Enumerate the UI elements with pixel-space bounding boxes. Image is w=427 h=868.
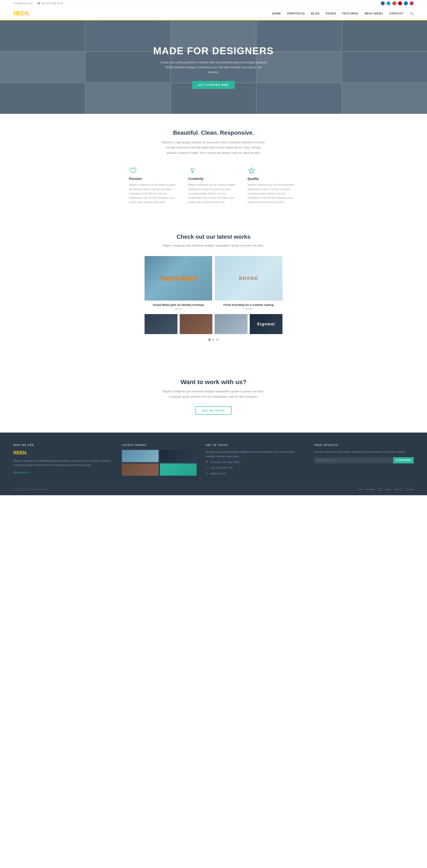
portfolio-section: Check out our latest works Magnis modips… (0, 220, 427, 361)
footer-updates-desc: Consece iure posae volor remped media au… (314, 450, 414, 454)
social-google[interactable] (392, 1, 396, 5)
features-subtitle: REEN is a high-quality solution for thos… (160, 140, 267, 155)
nav-contact[interactable]: CONTACT (389, 12, 404, 15)
footer-col-who-we-are: WHO WE ARE REEN. Magnis modipsae que vol… (13, 444, 113, 478)
portfolio-pagination (13, 339, 414, 341)
feature-quality: Quality Magnis modipsae que lib volorati… (247, 166, 298, 205)
footer-works-grid (122, 450, 196, 476)
footer-bottom: © 2014 REEN. All rights reserved. Home P… (13, 485, 414, 491)
portfolio-subtitle: Magnis modipsae que voloratati andigen d… (160, 243, 267, 248)
portfolio-item-cat-2: Identity (215, 307, 282, 310)
portfolio-item-cat-1: Identity (145, 307, 212, 310)
dot-3[interactable] (216, 339, 219, 341)
footer-col-updates: FREE UPDATES Consece iure posae volor re… (314, 444, 414, 478)
subscribe-input[interactable] (314, 457, 393, 463)
address-icon: 📍 (206, 461, 209, 463)
creativity-desc: Magnis modipsae que lib volorati andigen… (188, 183, 239, 205)
portfolio-item-title-2: Fresh branding for a creative startup (215, 303, 282, 307)
portfolio-item-fresh-branding[interactable]: Fresh branding for a creative startup Id… (215, 256, 282, 311)
heart-icon (129, 166, 137, 175)
footer: WHO WE ARE REEN. Magnis modipsae que vol… (0, 433, 427, 495)
social-pinterest[interactable] (398, 1, 402, 5)
footer-more-about-link[interactable]: More about us → (13, 471, 32, 474)
dot-1[interactable] (208, 339, 211, 341)
portfolio-small-item-4[interactable] (250, 314, 283, 334)
social-twitter[interactable] (387, 1, 391, 5)
social-facebook[interactable] (381, 1, 385, 5)
search-icon[interactable]: 🔍 (410, 12, 414, 16)
footer-work-1[interactable] (122, 450, 159, 462)
hero-subtitle: Create your online portfolio in minutes … (160, 60, 267, 75)
hero-cell (0, 83, 85, 114)
get-in-touch-title: GET IN TOUCH (206, 444, 305, 446)
footer-address: 📍 84 Street, City, State 34813 (206, 460, 305, 465)
nav-mega-menu[interactable]: MEGA MENU (365, 12, 383, 15)
bulb-icon (188, 166, 196, 175)
footer-who-desc: Magnis modipsae que voloratati andigen d… (13, 459, 113, 467)
footer-nav-portfolio[interactable]: Portfolio (367, 488, 375, 491)
footer-work-2[interactable] (160, 450, 196, 462)
portfolio-item-info-1: Grand Motel gets an identity brushup Ide… (145, 301, 212, 311)
who-we-are-title: WHO WE ARE (13, 444, 113, 446)
passion-title: Passion (129, 177, 180, 181)
nav-portfolio[interactable]: PORTFOLIO (287, 12, 305, 15)
get-in-touch-button[interactable]: GET IN TOUCH (195, 406, 232, 415)
header: REEN. HOME PORTFOLIO BLOG PAGES FEATURES… (0, 7, 427, 21)
latest-works-title: LATEST WORKS (122, 444, 196, 446)
portfolio-small-item-2[interactable] (180, 314, 213, 334)
footer-logo: REEN. (13, 450, 113, 456)
portfolio-main-grid: Grand Motel gets an identity brushup Ide… (145, 256, 282, 311)
creativity-title: Creativity (188, 177, 239, 181)
quality-title: Quality (247, 177, 298, 181)
logo[interactable]: REEN. (13, 10, 30, 17)
email-info: ✉ info@reen.com (13, 2, 33, 5)
nav-pages[interactable]: PAGES (326, 12, 336, 15)
hero-cell (0, 21, 85, 51)
hero-title: MADE FOR DESIGNERS (153, 45, 274, 57)
feature-passion: Passion Magnis modipsae que lib volorati… (129, 166, 180, 205)
footer-work-3[interactable] (122, 463, 159, 476)
portfolio-small-grid (145, 314, 282, 334)
social-linkedin[interactable] (404, 1, 408, 5)
social-instagram[interactable] (410, 1, 414, 5)
hero-content: MADE FOR DESIGNERS Create your online po… (153, 45, 274, 89)
cta-section: Want to work with us? Magnis modipsae qu… (0, 361, 427, 433)
footer-col-latest-works: LATEST WORKS (122, 444, 196, 478)
portfolio-small-item-3[interactable] (215, 314, 247, 334)
hero-cta-button[interactable]: GET STARTED NOW (192, 81, 235, 89)
email-icon-footer: ✉ (206, 472, 208, 475)
footer-nav-blog[interactable]: Blog (378, 488, 382, 491)
portfolio-small-item-1[interactable] (145, 314, 178, 334)
footer-nav-services[interactable]: Services (394, 488, 403, 491)
free-updates-title: FREE UPDATES (314, 444, 414, 446)
fresh-branding-thumbnail (215, 256, 282, 301)
subscribe-button[interactable]: SUBSCRIBE (393, 457, 414, 463)
footer-work-4[interactable] (160, 463, 196, 476)
nav-blog[interactable]: BLOG (311, 12, 319, 15)
hero-section: MADE FOR DESIGNERS Create your online po… (0, 21, 427, 114)
portfolio-item-title-1: Grand Motel gets an identity brushup (145, 303, 212, 307)
portfolio-item-grand-motel[interactable]: Grand Motel gets an identity brushup Ide… (145, 256, 212, 311)
nav-features[interactable]: FEATURES (342, 12, 358, 15)
svg-marker-1 (248, 167, 255, 174)
nav-home[interactable]: HOME (272, 12, 281, 15)
quality-desc: Magnis modipsae que lib volorati andigen… (247, 183, 298, 205)
footer-col-contact: GET IN TOUCH Doloretur quia commolu plat… (206, 444, 305, 478)
hero-cell (0, 52, 85, 83)
svg-point-0 (191, 168, 194, 172)
footer-nav-home[interactable]: Home (358, 488, 364, 491)
footer-nav-contact[interactable]: Contact (406, 488, 414, 491)
footer-email: ✉ info@reen.com (206, 471, 305, 476)
main-nav: HOME PORTFOLIO BLOG PAGES FEATURES MEGA … (272, 12, 414, 16)
subscribe-form: SUBSCRIBE (314, 457, 414, 463)
passion-desc: Magnis modipsae que lib volorati andigen… (129, 183, 180, 205)
phone-icon-footer: 📞 (206, 466, 209, 469)
dot-2[interactable] (212, 339, 215, 341)
hero-cell (342, 21, 427, 51)
footer-nav-about[interactable]: About (386, 488, 391, 491)
hero-cell (342, 83, 427, 114)
footer-phone: 📞 +06 (123) 456 78 90 (206, 466, 305, 470)
top-bar: ✉ info@reen.com ☎ +00 (123) 456 78 90 (0, 0, 427, 7)
footer-contact-desc: Doloretur quia commolu platem dilupta au… (206, 450, 305, 459)
copyright: © 2014 REEN. All rights reserved. (13, 488, 47, 491)
